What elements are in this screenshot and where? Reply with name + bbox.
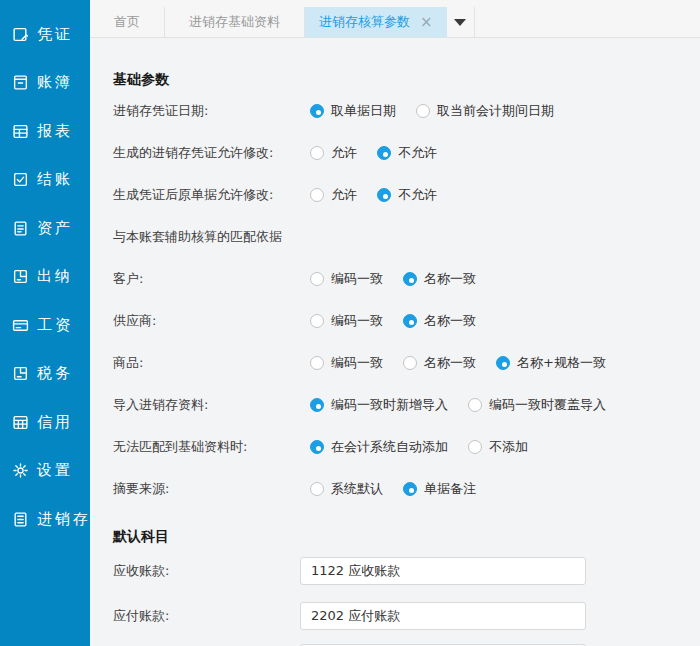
radio-label: 不允许 — [398, 186, 437, 204]
radio-label: 名称一致 — [424, 312, 476, 330]
app-window: 凭证 账簿 报表 结账 资产 — [0, 0, 700, 646]
radio-icon[interactable] — [403, 314, 417, 328]
sidebar-item-label: 报表 — [37, 122, 73, 141]
row-label: 生成的进销存凭证允许修改: — [113, 144, 310, 162]
radio-label: 编码一致时新增导入 — [331, 396, 448, 414]
section-title-default-accounts: 默认科目 — [113, 528, 700, 545]
radio-icon[interactable] — [310, 104, 324, 118]
receivable-account-input[interactable] — [300, 557, 586, 585]
sidebar-item-closing[interactable]: 结账 — [0, 156, 90, 205]
radio-option[interactable]: 取单据日期 — [310, 102, 396, 120]
sidebar-item-report[interactable]: 报表 — [0, 107, 90, 156]
row-source-doc-editable: 生成凭证后原单据允许修改: 允许 不允许 — [113, 174, 700, 216]
radio-icon[interactable] — [496, 356, 510, 370]
radio-option[interactable]: 编码一致 — [310, 354, 383, 372]
radio-icon[interactable] — [310, 356, 324, 370]
radio-option[interactable]: 不添加 — [468, 438, 528, 456]
settings-panel: 基础参数 进销存凭证日期: 取单据日期 取当前会计期间日期 — [90, 38, 700, 646]
sidebar-item-label: 工资 — [37, 316, 73, 335]
sidebar-item-salary[interactable]: 工资 — [0, 301, 90, 350]
radio-label: 取当前会计期间日期 — [437, 102, 554, 120]
radio-option[interactable]: 编码一致时新增导入 — [310, 396, 448, 414]
tab-inventory-accounting-params[interactable]: 进销存核算参数 × — [305, 7, 447, 37]
sidebar-item-label: 账簿 — [37, 73, 73, 92]
radio-icon[interactable] — [377, 146, 391, 160]
salary-icon — [12, 317, 29, 334]
credit-icon — [12, 414, 29, 431]
radio-option[interactable]: 名称一致 — [403, 312, 476, 330]
radio-option[interactable]: 允许 — [310, 186, 357, 204]
chevron-down-icon — [454, 19, 466, 26]
row-customer-match: 客户: 编码一致 名称一致 — [113, 258, 700, 300]
sidebar-item-credit[interactable]: 信用 — [0, 398, 90, 447]
sidebar-item-inventory[interactable]: 进销存 — [0, 495, 90, 544]
radio-icon[interactable] — [403, 272, 417, 286]
radio-option[interactable]: 取当前会计期间日期 — [416, 102, 554, 120]
row-import-mode: 导入进销存资料: 编码一致时新增导入 编码一致时覆盖导入 — [113, 384, 700, 426]
radio-option[interactable]: 编码一致时覆盖导入 — [468, 396, 606, 414]
tab-label: 进销存基础资料 — [189, 14, 280, 29]
radio-label: 单据备注 — [424, 480, 476, 498]
radio-icon[interactable] — [310, 272, 324, 286]
sidebar-item-assets[interactable]: 资产 — [0, 204, 90, 253]
tab-home[interactable]: 首页 — [90, 7, 165, 37]
sidebar-item-voucher[interactable]: 凭证 — [0, 10, 90, 59]
inventory-icon — [12, 511, 29, 528]
radio-group-source-doc-editable: 允许 不允许 — [310, 186, 437, 204]
row-label: 供应商: — [113, 312, 310, 330]
radio-icon[interactable] — [468, 398, 482, 412]
sidebar-item-label: 凭证 — [37, 25, 73, 44]
radio-label: 名称+规格一致 — [517, 354, 606, 372]
sidebar-item-cashier[interactable]: 出纳 — [0, 253, 90, 302]
radio-option[interactable]: 系统默认 — [310, 480, 383, 498]
radio-option[interactable]: 单据备注 — [403, 480, 476, 498]
radio-icon[interactable] — [310, 440, 324, 454]
radio-label: 不添加 — [489, 438, 528, 456]
row-label: 摘要来源: — [113, 480, 310, 498]
radio-label: 编码一致 — [331, 312, 383, 330]
sidebar-item-ledger[interactable]: 账簿 — [0, 59, 90, 108]
radio-option[interactable]: 编码一致 — [310, 312, 383, 330]
row-label: 客户: — [113, 270, 310, 288]
radio-group-goods-match: 编码一致 名称一致 名称+规格一致 — [310, 354, 606, 372]
radio-group-voucher-editable: 允许 不允许 — [310, 144, 437, 162]
radio-option[interactable]: 在会计系统自动添加 — [310, 438, 448, 456]
field-label: 应付账款: — [113, 607, 300, 625]
sidebar-item-label: 税务 — [37, 364, 73, 383]
radio-icon[interactable] — [310, 482, 324, 496]
radio-option[interactable]: 名称一致 — [403, 354, 476, 372]
payable-account-input[interactable] — [300, 602, 586, 630]
row-summary-source: 摘要来源: 系统默认 单据备注 — [113, 468, 700, 510]
radio-option[interactable]: 允许 — [310, 144, 357, 162]
row-label: 进销存凭证日期: — [113, 102, 310, 120]
radio-label: 取单据日期 — [331, 102, 396, 120]
sidebar-item-tax[interactable]: 税务 — [0, 350, 90, 399]
radio-label: 系统默认 — [331, 480, 383, 498]
tab-inventory-base-data[interactable]: 进销存基础资料 — [165, 7, 305, 37]
radio-option[interactable]: 不允许 — [377, 144, 437, 162]
tab-bar: 首页 进销存基础资料 进销存核算参数 × — [90, 0, 700, 38]
radio-icon[interactable] — [403, 482, 417, 496]
tab-label: 首页 — [114, 14, 140, 29]
row-label: 导入进销存资料: — [113, 396, 310, 414]
radio-icon[interactable] — [310, 188, 324, 202]
basic-params-rows: 进销存凭证日期: 取单据日期 取当前会计期间日期 生成的进销存凭证允许修改: — [113, 90, 700, 510]
radio-group-import-mode: 编码一致时新增导入 编码一致时覆盖导入 — [310, 396, 606, 414]
radio-icon[interactable] — [416, 104, 430, 118]
radio-icon[interactable] — [377, 188, 391, 202]
radio-icon[interactable] — [468, 440, 482, 454]
radio-icon[interactable] — [403, 356, 417, 370]
cashier-icon — [12, 268, 29, 285]
radio-option[interactable]: 名称+规格一致 — [496, 354, 606, 372]
radio-option[interactable]: 不允许 — [377, 186, 437, 204]
radio-option[interactable]: 名称一致 — [403, 270, 476, 288]
field-label: 应收账款: — [113, 562, 300, 580]
radio-option[interactable]: 编码一致 — [310, 270, 383, 288]
sidebar-item-settings[interactable]: 设置 — [0, 447, 90, 496]
radio-icon[interactable] — [310, 398, 324, 412]
tax-icon — [12, 365, 29, 382]
radio-icon[interactable] — [310, 314, 324, 328]
tab-list-dropdown[interactable] — [447, 7, 475, 37]
radio-icon[interactable] — [310, 146, 324, 160]
close-icon[interactable]: × — [420, 15, 433, 30]
